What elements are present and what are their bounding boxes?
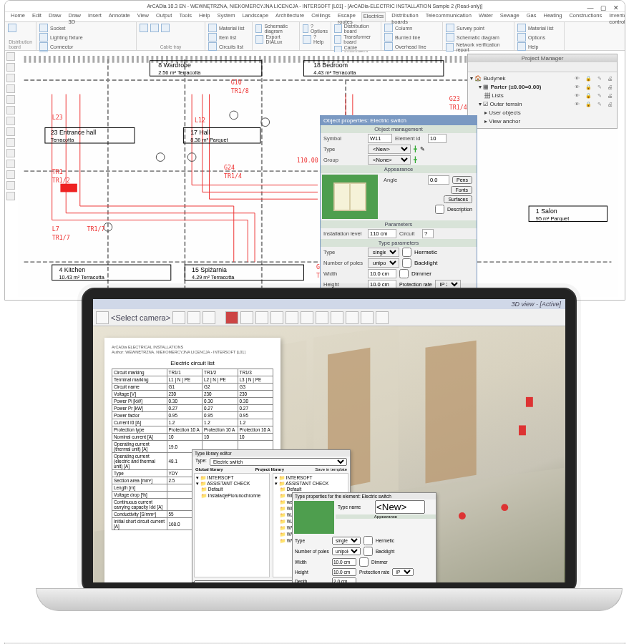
tp-poles-select[interactable]: unipole xyxy=(332,547,361,555)
tool-icon[interactable] xyxy=(6,170,15,179)
tool-icon[interactable] xyxy=(6,74,15,82)
ribbon-item[interactable]: Overhead line xyxy=(384,42,439,51)
tab-insert[interactable]: Insert xyxy=(87,12,103,21)
surfaces-button[interactable]: Surfaces xyxy=(444,195,472,203)
angle-input[interactable] xyxy=(428,175,449,185)
rg-r4[interactable]: Material list Options Help xyxy=(514,22,565,50)
desc-checkbox[interactable] xyxy=(435,205,444,214)
tab-escape-routes[interactable]: Escape routes xyxy=(336,12,357,21)
tb-icon[interactable] xyxy=(172,311,185,324)
tab-architecture[interactable]: Architecture xyxy=(274,12,306,21)
tb-icon[interactable] xyxy=(361,311,374,324)
tb-icon[interactable] xyxy=(255,311,268,324)
tb-icon[interactable] xyxy=(316,311,328,324)
tp-type-select[interactable]: single xyxy=(332,537,361,545)
tb-icon[interactable] xyxy=(331,311,343,324)
tb-icon[interactable] xyxy=(286,311,298,324)
rg-r3[interactable]: Survey point Schematic diagram Network v… xyxy=(443,22,514,50)
tab-draw-3d[interactable]: Draw 3D xyxy=(67,12,82,21)
ribbon-item[interactable]: ? Options xyxy=(303,24,328,34)
ribbon-item[interactable]: Socket xyxy=(39,24,133,32)
tab-gas[interactable]: Gas xyxy=(525,12,538,21)
tl-type-select[interactable]: Electric switch xyxy=(210,458,347,466)
tab-help[interactable]: Help xyxy=(197,12,211,21)
rg-r1[interactable]: Distribution board Transformer board Cab… xyxy=(331,22,381,50)
ribbon-item[interactable]: Material list xyxy=(517,24,561,32)
ribbon-item[interactable]: Burried line xyxy=(384,33,439,42)
tab-water[interactable]: Water xyxy=(477,12,494,21)
tp-hermetic[interactable] xyxy=(364,536,373,545)
backlight-cb[interactable] xyxy=(402,258,411,268)
tp-prot[interactable]: IP 20 xyxy=(392,568,414,576)
tab-annotate[interactable]: Annotate xyxy=(107,12,132,21)
rg-cable[interactable]: Cable tray xyxy=(137,22,205,50)
install-level-input[interactable] xyxy=(368,229,396,238)
tool-icon[interactable] xyxy=(6,160,15,168)
tab-system[interactable]: System xyxy=(215,12,236,21)
tb-icon[interactable] xyxy=(187,311,200,324)
tab-distribution-boards[interactable]: Distribution boards xyxy=(390,12,420,21)
rg-distboard[interactable]: Distribution board xyxy=(5,22,36,50)
tab-view[interactable]: View xyxy=(136,12,150,21)
tool-icon[interactable] xyxy=(6,181,15,190)
tb-icon[interactable] xyxy=(270,311,283,324)
elementid-input[interactable] xyxy=(428,134,447,143)
minimize-icon[interactable]: — xyxy=(586,2,595,11)
ribbon-item[interactable]: Options xyxy=(517,33,561,42)
camera-icon[interactable] xyxy=(96,311,109,324)
tool-icon[interactable] xyxy=(6,192,15,200)
tool-icon[interactable] xyxy=(6,149,15,157)
tb-icon[interactable] xyxy=(225,311,238,324)
ribbon-item[interactable]: Help xyxy=(517,42,561,51)
ribbon-item[interactable]: Export DIALux xyxy=(255,34,296,44)
pm-toolbar[interactable] xyxy=(468,62,617,72)
fonts-button[interactable]: Fonts xyxy=(451,186,472,194)
ribbon-item[interactable]: Circuits list xyxy=(208,42,249,51)
ribbon-item[interactable]: Schematic diagram xyxy=(446,33,511,42)
tp-height[interactable] xyxy=(332,568,356,576)
tp-backlight[interactable] xyxy=(364,547,373,556)
poles-select[interactable]: unipole xyxy=(368,258,399,268)
ribbon-item[interactable]: Material list xyxy=(208,24,249,32)
add-icon[interactable]: ╋ xyxy=(414,146,417,152)
tp-dimmer[interactable] xyxy=(359,557,369,567)
tool-icon[interactable] xyxy=(6,138,15,147)
ribbon-item[interactable]: ? Help xyxy=(303,34,328,44)
camera-select[interactable]: <Select camera> xyxy=(111,313,170,322)
rg-list[interactable]: Material list Item list Circuits list xyxy=(205,22,253,50)
tool-icon[interactable] xyxy=(6,52,15,61)
ribbon-item[interactable]: Network verification report xyxy=(446,42,511,52)
rg-r2[interactable]: Column Burried line Overhead line xyxy=(381,22,443,50)
width-input[interactable] xyxy=(368,269,396,278)
ribbon-item[interactable]: Item list xyxy=(208,33,249,42)
tab-ceilings[interactable]: Ceilings xyxy=(310,12,332,21)
tb-icon[interactable] xyxy=(240,311,253,324)
tb-icon[interactable] xyxy=(301,311,313,324)
tool-icon[interactable] xyxy=(6,84,15,93)
symbol-input[interactable] xyxy=(368,134,392,143)
tab-sewage[interactable]: Sewage xyxy=(499,12,521,21)
circuit-input[interactable] xyxy=(422,229,434,238)
tab-inventory-control[interactable]: Inventory control xyxy=(608,12,625,21)
ribbon-item[interactable]: Transformer board xyxy=(334,34,378,44)
tab-constructions[interactable]: Constructions xyxy=(567,12,603,21)
tab-telecommunication[interactable]: Telecommunication xyxy=(424,12,473,21)
tool-icon[interactable] xyxy=(6,127,15,136)
tab-output[interactable]: Output xyxy=(155,12,174,21)
tab-tools[interactable]: Tools xyxy=(177,12,193,21)
tab-heating[interactable]: Heating xyxy=(542,12,564,21)
rg-help[interactable]: ? Options ? Help xyxy=(300,22,331,50)
pm-tree[interactable]: ▾ 🏠 Budynek👁 🔒 ✎ 🖨 ▾ ▦ Parter (±0.00=0.0… xyxy=(468,72,617,128)
ribbon-item[interactable]: Lighting fixture xyxy=(39,33,133,42)
tab-draw[interactable]: Draw xyxy=(47,12,63,21)
typename-input[interactable] xyxy=(375,500,425,514)
tab-landscape[interactable]: Landscape xyxy=(240,12,270,21)
edit-icon[interactable]: ✎ xyxy=(420,146,425,152)
hermetic-cb[interactable] xyxy=(402,248,411,257)
tab-edit[interactable]: Edit xyxy=(31,12,43,21)
tp-width[interactable] xyxy=(332,558,356,566)
tool-icon[interactable] xyxy=(6,63,15,72)
add-icon[interactable]: ╋ xyxy=(414,157,417,163)
group-select[interactable]: <None> xyxy=(368,155,411,165)
tab-home[interactable]: Home xyxy=(9,12,26,21)
